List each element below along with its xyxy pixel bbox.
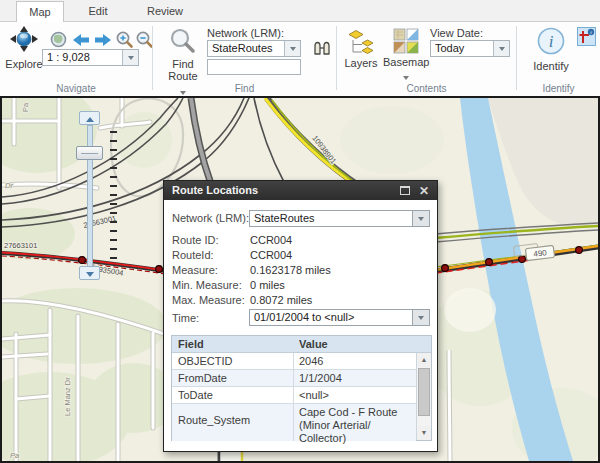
tab-map[interactable]: Map bbox=[16, 1, 64, 22]
dialog-network-label: Network (LRM): bbox=[172, 212, 249, 224]
scroll-up-button[interactable]: ▲ bbox=[417, 353, 431, 367]
next-extent-button[interactable] bbox=[94, 33, 112, 49]
table-row: OBJECTID 2046 bbox=[172, 353, 416, 370]
layers-icon bbox=[347, 28, 375, 55]
attributes-table: Field Value OBJECTID 2046 FromDate 1/1/2… bbox=[171, 335, 432, 441]
table-row: Route_System Cape Cod - F Route (Minor A… bbox=[172, 404, 416, 441]
explore-button[interactable]: Explore bbox=[2, 26, 46, 70]
road bbox=[449, 350, 450, 461]
network-lrm-label: Network (LRM): bbox=[207, 27, 284, 39]
find-group-label: Find bbox=[153, 83, 336, 94]
time-dropdown-button[interactable] bbox=[412, 310, 429, 325]
scrollbar-thumb[interactable] bbox=[418, 368, 430, 416]
min-measure-value: 0 miles bbox=[250, 279, 285, 291]
ribbon-tab-bar: Map Edit Review bbox=[0, 0, 600, 22]
ribbon: Explore bbox=[0, 22, 600, 96]
event-editor-window: Map Edit Review Explore bbox=[0, 0, 600, 463]
find-route-label-line1: Find bbox=[161, 59, 205, 70]
identify-route-location-tool-button[interactable]: i bbox=[577, 27, 596, 46]
table-scrollbar[interactable]: ▲ ▼ bbox=[416, 353, 431, 440]
arrow-right-icon bbox=[94, 33, 112, 47]
basemap-label: Basemap bbox=[383, 57, 429, 68]
ribbon-group-find: Find Route Network (LRM): StateRoutes Fi… bbox=[153, 22, 336, 96]
ribbon-group-contents: Layers Basemap View Date: Today bbox=[337, 22, 516, 96]
map-scale-combobox[interactable]: 1 : 9,028 bbox=[42, 49, 139, 66]
chevron-down-icon bbox=[499, 47, 505, 51]
identify-group-label: Identify bbox=[517, 83, 600, 94]
layers-label: Layers bbox=[341, 58, 381, 69]
zoom-in-button[interactable] bbox=[115, 30, 134, 51]
contents-group-label: Contents bbox=[337, 83, 516, 94]
map-scale-dropdown-button[interactable] bbox=[122, 50, 138, 65]
identify-route-location-icon: i bbox=[578, 28, 595, 45]
route-id-value: CCR004 bbox=[250, 234, 292, 246]
value-cell: 2046 bbox=[299, 355, 413, 367]
dialog-title-bar[interactable]: Route Locations ✕ bbox=[164, 181, 437, 200]
time-value: 01/01/2004 to <null> bbox=[254, 310, 354, 325]
scroll-down-button[interactable]: ▼ bbox=[417, 426, 431, 440]
identify-button[interactable]: i Identify bbox=[525, 26, 577, 72]
zoom-in-icon bbox=[115, 30, 134, 49]
zoom-slider-down-button[interactable] bbox=[79, 266, 100, 280]
identify-label: Identify bbox=[525, 61, 577, 72]
close-icon[interactable]: ✕ bbox=[419, 183, 429, 199]
view-date-combobox[interactable]: Today bbox=[430, 40, 510, 57]
value-cell: <null> bbox=[299, 389, 413, 401]
column-divider bbox=[293, 353, 294, 369]
table-row: ToDate <null> bbox=[172, 387, 416, 404]
time-combobox[interactable]: 01/01/2004 to <null> bbox=[249, 309, 430, 326]
chevron-down-icon bbox=[418, 217, 424, 221]
view-date-dropdown-button[interactable] bbox=[493, 41, 509, 56]
find-route-search-input[interactable] bbox=[207, 59, 301, 75]
ribbon-group-identify: i Identify i Identify bbox=[517, 22, 600, 96]
column-divider bbox=[293, 404, 294, 441]
dialog-network-dropdown-button[interactable] bbox=[412, 211, 429, 226]
field-cell: FromDate bbox=[178, 372, 290, 384]
find-route-label-line2: Route bbox=[161, 71, 205, 82]
max-measure-value: 0.8072 miles bbox=[250, 294, 312, 306]
network-lrm-value: StateRoutes bbox=[212, 41, 273, 56]
chevron-down-icon bbox=[403, 76, 409, 80]
table-header-row: Field Value bbox=[172, 336, 431, 353]
layers-button[interactable]: Layers bbox=[341, 28, 381, 69]
time-label: Time: bbox=[172, 312, 199, 324]
find-route-icon bbox=[168, 28, 198, 56]
column-divider bbox=[293, 370, 294, 386]
min-measure-label: Min. Measure: bbox=[172, 279, 242, 291]
routeid-value: CCR004 bbox=[250, 249, 292, 261]
chevron-down-icon bbox=[418, 316, 424, 320]
svg-text:i: i bbox=[549, 32, 554, 51]
measure-value: 0.1623178 miles bbox=[250, 264, 331, 276]
globe-icon bbox=[50, 31, 67, 48]
route-locations-dialog: Route Locations ✕ Network (LRM): StateRo… bbox=[163, 180, 438, 452]
arrow-left-icon bbox=[72, 33, 90, 47]
previous-extent-button[interactable] bbox=[72, 33, 90, 49]
full-extent-button[interactable] bbox=[50, 31, 67, 50]
field-cell: OBJECTID bbox=[178, 355, 290, 367]
street-label: Dr bbox=[5, 181, 13, 190]
chevron-down-icon bbox=[290, 47, 296, 51]
network-lrm-dropdown-button[interactable] bbox=[284, 41, 300, 56]
zoom-slider-up-button[interactable] bbox=[79, 111, 100, 125]
search-routes-button[interactable] bbox=[313, 41, 331, 57]
value-cell: Cape Cod - F Route (Minor Arterial/ Coll… bbox=[299, 406, 413, 445]
route-shield: 490 bbox=[525, 245, 554, 260]
basemap-button[interactable]: Basemap bbox=[383, 28, 429, 82]
maximize-icon[interactable] bbox=[400, 186, 410, 195]
routeid-label: RouteId: bbox=[172, 249, 214, 261]
navigate-group-label: Navigate bbox=[0, 83, 152, 94]
triangle-down-icon bbox=[86, 272, 94, 277]
tab-review[interactable]: Review bbox=[136, 0, 194, 22]
field-column-header: Field bbox=[178, 336, 204, 353]
route-id-label: 27663101 bbox=[4, 241, 37, 250]
dialog-title: Route Locations bbox=[172, 184, 258, 196]
tab-edit[interactable]: Edit bbox=[76, 0, 120, 22]
zoom-slider-ticks bbox=[110, 131, 117, 259]
dialog-network-value: StateRoutes bbox=[254, 211, 315, 226]
land-patch bbox=[444, 288, 496, 332]
zoom-slider-handle[interactable] bbox=[76, 146, 103, 160]
network-lrm-combobox[interactable]: StateRoutes bbox=[207, 40, 301, 57]
street-label: Pa bbox=[10, 451, 19, 460]
field-cell: Route_System bbox=[178, 414, 290, 426]
dialog-network-combobox[interactable]: StateRoutes bbox=[249, 210, 430, 227]
